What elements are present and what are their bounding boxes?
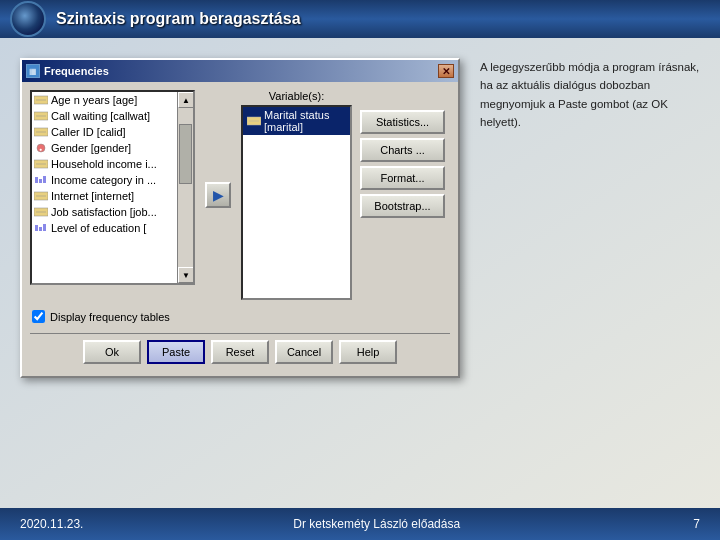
footer-date: 2020.11.23. bbox=[20, 517, 83, 531]
svg-rect-18 bbox=[39, 227, 42, 231]
dialog-bottom-buttons: Ok Paste Reset Cancel Help bbox=[30, 333, 450, 368]
footer-author: Dr ketskeméty László előadása bbox=[83, 517, 670, 531]
format-button[interactable]: Format... bbox=[360, 166, 445, 190]
frequencies-dialog: ▦ Frequencies ✕ Age n years [age] bbox=[20, 58, 460, 378]
display-frequency-label: Display frequency tables bbox=[50, 311, 170, 323]
dialog-title-bar: ▦ Frequencies ✕ bbox=[22, 60, 458, 82]
variables-box[interactable]: Marital status [marital] bbox=[241, 105, 352, 300]
arrow-button-container: ▶ bbox=[203, 90, 233, 300]
var-item-internet[interactable]: Internet [internet] bbox=[32, 188, 177, 204]
charts-button[interactable]: Charts ... bbox=[360, 138, 445, 162]
svg-text:●: ● bbox=[39, 146, 42, 152]
var-item-gender[interactable]: ● Gender [gender] bbox=[32, 140, 177, 156]
variable-list-box[interactable]: Age n years [age] Call waiting [callwat]… bbox=[30, 90, 195, 285]
var-item-job[interactable]: Job satisfaction [job... bbox=[32, 204, 177, 220]
selected-variable-item[interactable]: Marital status [marital] bbox=[243, 107, 350, 135]
var-item-education[interactable]: Level of education [ bbox=[32, 220, 177, 236]
dialog-body: Age n years [age] Call waiting [callwat]… bbox=[22, 82, 458, 376]
svg-rect-17 bbox=[35, 225, 38, 231]
var-item-income[interactable]: Income category in ... bbox=[32, 172, 177, 188]
display-frequency-checkbox[interactable] bbox=[32, 310, 45, 323]
top-bar: Szintaxis program beragasztása bbox=[0, 0, 720, 38]
scroll-up-button[interactable]: ▲ bbox=[178, 92, 194, 108]
left-panel: ▦ Frequencies ✕ Age n years [age] bbox=[0, 38, 470, 508]
help-button[interactable]: Help bbox=[339, 340, 397, 364]
variables-label: Variable(s): bbox=[241, 90, 352, 102]
var-item-callwat[interactable]: Call waiting [callwat] bbox=[32, 108, 177, 124]
footer-page-number: 7 bbox=[670, 517, 700, 531]
dialog-title: Frequencies bbox=[44, 65, 109, 77]
checkbox-row: Display frequency tables bbox=[30, 306, 450, 327]
instruction-text: A legegyszerűbb módja a program írásnak,… bbox=[480, 58, 705, 132]
globe-icon bbox=[10, 1, 46, 37]
dialog-main-row: Age n years [age] Call waiting [callwat]… bbox=[30, 90, 450, 300]
main-content: ▦ Frequencies ✕ Age n years [age] bbox=[0, 38, 720, 508]
dialog-close-button[interactable]: ✕ bbox=[438, 64, 454, 78]
cancel-button[interactable]: Cancel bbox=[275, 340, 333, 364]
paste-button[interactable]: Paste bbox=[147, 340, 205, 364]
variables-area: Variable(s): Marital status [marital] bbox=[241, 90, 352, 300]
var-item-age[interactable]: Age n years [age] bbox=[32, 92, 177, 108]
bootstrap-button[interactable]: Bootstrap... bbox=[360, 194, 445, 218]
svg-rect-10 bbox=[35, 177, 38, 183]
dialog-title-left: ▦ Frequencies bbox=[26, 64, 109, 78]
move-variable-button[interactable]: ▶ bbox=[205, 182, 231, 208]
svg-rect-12 bbox=[43, 176, 46, 183]
variable-list-scrollbar[interactable]: ▲ ▼ bbox=[177, 92, 193, 283]
page-title: Szintaxis program beragasztása bbox=[56, 10, 301, 28]
reset-button[interactable]: Reset bbox=[211, 340, 269, 364]
ok-button[interactable]: Ok bbox=[83, 340, 141, 364]
selected-variable-label: Marital status [marital] bbox=[264, 109, 346, 133]
var-item-calid[interactable]: Caller ID [calid] bbox=[32, 124, 177, 140]
variable-list-container: Age n years [age] Call waiting [callwat]… bbox=[30, 90, 195, 300]
right-panel: A legegyszerűbb módja a program írásnak,… bbox=[470, 38, 720, 508]
svg-rect-19 bbox=[43, 224, 46, 231]
footer: 2020.11.23. Dr ketskeméty László előadás… bbox=[0, 508, 720, 540]
statistics-button[interactable]: Statistics... bbox=[360, 110, 445, 134]
svg-rect-11 bbox=[39, 179, 42, 183]
right-buttons-panel: Statistics... Charts ... Format... Boots… bbox=[360, 90, 450, 300]
var-item-household[interactable]: Household income i... bbox=[32, 156, 177, 172]
dialog-app-icon: ▦ bbox=[26, 64, 40, 78]
scroll-down-button[interactable]: ▼ bbox=[178, 267, 194, 283]
